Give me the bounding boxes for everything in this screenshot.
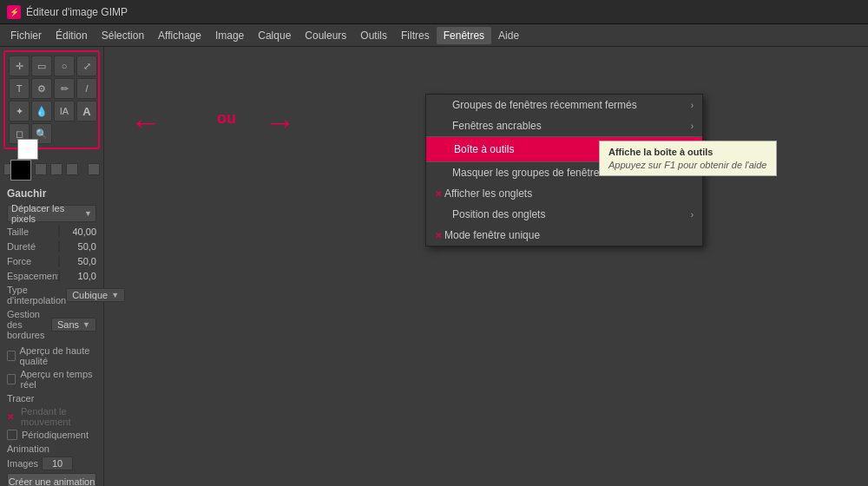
espacement-slider[interactable] xyxy=(58,270,60,282)
menu-aide[interactable]: Aide xyxy=(491,27,526,44)
tracer-periodique-box[interactable] xyxy=(7,430,17,440)
tool-smudge[interactable]: IA xyxy=(54,101,75,122)
checkbox-realtime: Aperçu en temps réel xyxy=(7,369,96,390)
panel-icon-3[interactable] xyxy=(35,163,47,175)
menu-image[interactable]: Image xyxy=(208,27,251,44)
foreground-color-swatch[interactable] xyxy=(10,160,31,181)
left-arrow: ← xyxy=(130,104,161,141)
checkbox-realtime-label: Aperçu en temps réel xyxy=(20,369,96,390)
menu-outils[interactable]: Outils xyxy=(353,27,394,44)
groupes-arrow: › xyxy=(691,101,694,110)
menu-fichier[interactable]: Fichier xyxy=(3,27,49,44)
espacement-slider-row: Espacement 10,0 xyxy=(7,270,96,282)
menu-afficher-item[interactable]: ✕ Afficher les onglets xyxy=(426,183,702,204)
tooltip-line1: Affiche la boîte à outils xyxy=(608,147,767,157)
tool-move[interactable]: ✛ xyxy=(9,56,30,76)
animation-images-value[interactable]: 10 xyxy=(42,456,73,470)
menu-position-item[interactable]: Position des onglets › xyxy=(426,204,702,225)
panel-icon-4[interactable] xyxy=(50,163,62,175)
border-label: Gestion des bordures xyxy=(7,309,51,340)
force-slider-row: Force 50,0 xyxy=(7,255,96,267)
afficher-x-icon: ✕ xyxy=(435,189,442,199)
afficher-label: Afficher les onglets xyxy=(444,187,532,200)
app-icon: ⚡ xyxy=(7,5,21,19)
tool-path[interactable]: / xyxy=(76,78,97,99)
position-label: Position des onglets xyxy=(452,208,545,220)
main-content: ✛ ▭ ○ ⤢ T ⚙ ✏ / ✦ 💧 IA A ◻ 🔍 xyxy=(0,47,868,486)
menu-edition[interactable]: Édition xyxy=(49,27,95,44)
tracer-mouvement-row: ✕ Pendant le mouvement xyxy=(7,406,96,427)
toolbox-container: ✛ ▭ ○ ⤢ T ⚙ ✏ / ✦ 💧 IA A ◻ 🔍 xyxy=(3,50,100,149)
tool-text2[interactable]: A xyxy=(76,101,97,122)
menu-filtres[interactable]: Filtres xyxy=(394,27,437,44)
tool-heal[interactable]: ✦ xyxy=(9,101,30,122)
tool-pencil[interactable]: ✏ xyxy=(54,78,75,99)
taille-slider[interactable] xyxy=(58,226,60,238)
force-value: 50,0 xyxy=(63,256,96,266)
tracer-title: Tracer xyxy=(7,393,96,404)
create-animation-button[interactable]: Créer une animation xyxy=(7,473,96,486)
tool-lasso[interactable]: ⤢ xyxy=(76,56,97,76)
tool-fill[interactable]: 💧 xyxy=(31,101,52,122)
mode-x-icon: ✕ xyxy=(435,231,442,240)
espacement-value: 10,0 xyxy=(63,271,96,281)
right-arrow: → xyxy=(265,104,296,141)
border-dropdown[interactable]: Sans ▼ xyxy=(51,318,96,332)
durete-slider[interactable] xyxy=(58,240,60,253)
tool-text[interactable]: T xyxy=(9,78,30,99)
tracer-periodique-row: Périodiquement xyxy=(7,430,96,440)
taille-value: 40,00 xyxy=(63,227,96,237)
menu-affichage[interactable]: Affichage xyxy=(151,27,208,44)
taille-slider-row: Taille 40,00 xyxy=(7,226,96,238)
ancrables-arrow: › xyxy=(691,122,694,131)
mode-dropdown-row: Déplacer les pixels ▼ xyxy=(7,205,96,222)
mode-dropdown[interactable]: Déplacer les pixels ▼ xyxy=(7,205,96,222)
checkbox-hq: Aperçu de haute qualité xyxy=(7,345,96,366)
mode-label: Mode fenêtre unique xyxy=(444,229,540,241)
checkbox-realtime-box[interactable] xyxy=(7,374,16,384)
interpolation-row: Type d'interpolation Cubique ▼ xyxy=(7,285,96,305)
background-color-swatch[interactable] xyxy=(17,139,38,160)
boite-label: Boîte à outils xyxy=(454,143,514,155)
tracer-x-icon: ✕ xyxy=(7,412,14,422)
taille-label: Taille xyxy=(7,227,55,237)
animation-images-row: Images 10 xyxy=(7,456,96,470)
checkbox-hq-box[interactable] xyxy=(7,351,16,361)
tool-options-panel: Gauchir Déplacer les pixels ▼ Taille 40,… xyxy=(3,181,100,486)
tooltip-popup: Affiche la boîte à outils Appuyez sur F1… xyxy=(599,141,777,176)
tracer-mouvement-label: Pendant le mouvement xyxy=(21,406,96,427)
menu-couleurs[interactable]: Couleurs xyxy=(298,27,353,44)
durete-value: 50,0 xyxy=(63,241,96,252)
masquer-label: Masquer les groupes de fenêtres xyxy=(452,167,604,179)
menu-fenetres[interactable]: Fenêtres xyxy=(437,27,491,44)
left-panel: ✛ ▭ ○ ⤢ T ⚙ ✏ / ✦ 💧 IA A ◻ 🔍 xyxy=(0,47,104,486)
menu-selection[interactable]: Sélection xyxy=(95,27,151,44)
groupes-label: Groupes de fenêtres récemment fermés xyxy=(452,99,637,111)
durete-label: Dureté xyxy=(7,241,55,252)
tool-clone[interactable]: ⚙ xyxy=(31,78,52,99)
ancrables-label: Fenêtres ancrables xyxy=(452,120,542,132)
menu-bar: Fichier Édition Sélection Affichage Imag… xyxy=(0,24,868,47)
animation-section: Animation Images 10 Créer une animation xyxy=(7,443,96,486)
tool-ellipse[interactable]: ○ xyxy=(54,56,75,76)
toolbox-grid: ✛ ▭ ○ ⤢ T ⚙ ✏ / ✦ 💧 IA A ◻ 🔍 xyxy=(9,56,95,144)
menu-mode-item[interactable]: ✕ Mode fenêtre unique xyxy=(426,225,702,246)
ou-text: ou xyxy=(217,109,236,128)
tool-rect[interactable]: ▭ xyxy=(31,56,52,76)
menu-calque[interactable]: Calque xyxy=(251,27,298,44)
tool-options-title: Gauchir xyxy=(7,187,96,200)
durete-slider-row: Dureté 50,0 xyxy=(7,240,96,253)
force-label: Force xyxy=(7,256,55,266)
center-area: ← ou → Groupes de fenêtres récemment fer… xyxy=(104,47,868,486)
mode-dropdown-arrow: ▼ xyxy=(84,209,92,218)
app-title: Éditeur d'image GIMP xyxy=(26,6,128,18)
panel-icon-config[interactable] xyxy=(88,163,100,175)
menu-ancrables-item[interactable]: Fenêtres ancrables › xyxy=(426,115,702,136)
tooltip-line2: Appuyez sur F1 pour obtenir de l'aide xyxy=(608,160,767,170)
animation-images-label: Images xyxy=(7,458,38,469)
border-row: Gestion des bordures Sans ▼ xyxy=(7,309,96,340)
menu-groupes-item[interactable]: Groupes de fenêtres récemment fermés › xyxy=(426,95,702,115)
tracer-periodique-label: Périodiquement xyxy=(22,430,89,440)
panel-icon-5[interactable] xyxy=(66,163,78,175)
force-slider[interactable] xyxy=(58,255,60,267)
